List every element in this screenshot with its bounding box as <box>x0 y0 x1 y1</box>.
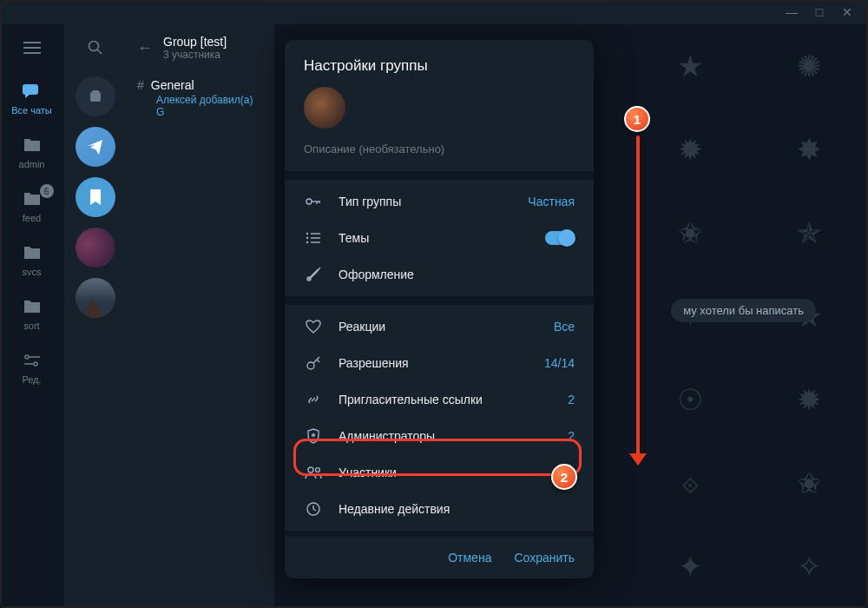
minimize-button[interactable]: — <box>778 2 806 23</box>
folder-label: sort <box>23 321 39 331</box>
cancel-button[interactable]: Отмена <box>448 551 491 565</box>
modal-footer: Отмена Сохранить <box>285 537 594 578</box>
svg-line-5 <box>97 50 102 54</box>
svg-point-23 <box>316 468 320 473</box>
chat-title: Group [test] <box>163 35 227 49</box>
unread-badge: 6 <box>40 184 54 198</box>
svg-rect-6 <box>90 92 101 102</box>
topics-toggle[interactable] <box>545 231 575 245</box>
row-recent-actions[interactable]: Недавние действия <box>285 491 594 527</box>
row-value: 14/14 <box>544 356 575 370</box>
chat-avatar[interactable] <box>76 76 115 116</box>
row-appearance[interactable]: Оформление <box>285 256 594 293</box>
key-icon <box>304 354 323 373</box>
row-members[interactable]: Участники 3 <box>285 454 594 491</box>
chat-avatar[interactable] <box>76 177 115 217</box>
row-label: Тип группы <box>339 195 512 208</box>
row-label: Участники <box>339 466 552 479</box>
chat-subtitle: 3 участника <box>163 49 227 61</box>
save-button[interactable]: Сохранить <box>514 551 575 565</box>
row-topics[interactable]: Темы <box>285 220 594 256</box>
chat-icon <box>22 81 43 102</box>
folder-label: Все чаты <box>11 105 52 116</box>
row-value: Все <box>554 320 575 334</box>
folder-label: admin <box>19 159 45 169</box>
svg-point-16 <box>306 241 308 243</box>
svg-point-2 <box>34 362 37 366</box>
folder-feed[interactable]: feed 6 <box>0 179 64 233</box>
folder-svcs[interactable]: svcs <box>0 233 64 287</box>
link-icon <box>304 390 323 409</box>
row-value: Частная <box>528 195 575 208</box>
menu-button[interactable] <box>0 24 63 71</box>
row-admins[interactable]: Администраторы 2 <box>285 418 594 454</box>
settings-icon <box>22 350 43 371</box>
svg-point-4 <box>89 42 99 51</box>
folder-icon <box>22 242 43 263</box>
close-button[interactable]: ✕ <box>833 2 861 23</box>
group-avatar[interactable] <box>304 87 345 129</box>
folder-label: Ред. <box>22 374 41 385</box>
folder-edit[interactable]: Ред. <box>0 340 64 394</box>
step-badge-2: 2 <box>551 464 577 490</box>
chat-avatar[interactable] <box>76 228 115 268</box>
description-input[interactable]: Описание (необязательно) <box>285 137 594 168</box>
chat-avatar[interactable] <box>76 278 115 318</box>
chat-list: ← Group [test] 3 участника # General Але… <box>127 24 274 608</box>
modal-body[interactable]: Описание (необязательно) Тип группы Част… <box>285 87 594 537</box>
folder-all-chats[interactable]: Все чаты <box>0 71 64 125</box>
channel-item[interactable]: # General Алексей добавил(а) G <box>127 71 274 125</box>
chat-avatars-column <box>64 24 127 608</box>
svg-rect-7 <box>92 90 99 93</box>
search-button[interactable] <box>64 24 127 71</box>
svg-point-0 <box>25 355 29 359</box>
folder-icon <box>22 188 43 209</box>
folder-sidebar: Все чаты admin feed 6 svcs sort Ред. <box>0 24 64 608</box>
list-icon <box>304 228 323 248</box>
row-group-type[interactable]: Тип группы Частная <box>285 183 594 220</box>
history-icon <box>304 499 323 519</box>
modal-title: Настройки группы <box>285 40 594 87</box>
row-label: Разрешения <box>339 356 529 370</box>
row-value: 2 <box>568 393 575 406</box>
maximize-button[interactable]: □ <box>806 2 833 23</box>
row-permissions[interactable]: Разрешения 14/14 <box>285 345 594 381</box>
brush-icon <box>304 265 323 284</box>
folder-label: svcs <box>23 267 42 277</box>
row-value: 2 <box>568 429 575 443</box>
row-reactions[interactable]: Реакции Все <box>285 308 594 345</box>
group-settings-modal: Настройки группы Описание (необязательно… <box>285 40 594 578</box>
folder-icon <box>22 296 43 317</box>
shield-icon <box>304 426 323 446</box>
svg-point-12 <box>306 233 308 235</box>
row-invite-links[interactable]: Пригласительные ссылки 2 <box>285 381 594 418</box>
svg-point-14 <box>306 237 308 239</box>
lock-icon <box>304 192 323 211</box>
row-label: Пригласительные ссылки <box>339 393 552 406</box>
chat-header: ← Group [test] 3 участника <box>127 24 274 71</box>
row-label: Недавние действия <box>339 502 575 516</box>
window-titlebar: — □ ✕ <box>0 0 868 24</box>
chat-avatar[interactable] <box>76 127 115 167</box>
annotation-arrow-head <box>629 453 647 466</box>
svg-point-8 <box>306 199 312 204</box>
svg-point-22 <box>308 467 313 473</box>
folder-sort[interactable]: sort <box>0 287 64 340</box>
svg-line-20 <box>313 357 319 363</box>
annotation-arrow <box>636 135 640 457</box>
svg-point-19 <box>307 362 314 369</box>
row-label: Темы <box>339 231 529 245</box>
row-label: Оформление <box>339 268 575 281</box>
folder-icon <box>22 135 43 155</box>
back-arrow-icon[interactable]: ← <box>137 39 153 57</box>
channel-preview: Алексей добавил(а) G <box>156 94 264 118</box>
channel-name: General <box>151 78 194 92</box>
hash-icon: # <box>137 78 144 92</box>
row-label: Администраторы <box>339 429 552 443</box>
people-icon <box>304 463 323 482</box>
svg-line-21 <box>317 360 319 362</box>
row-label: Реакции <box>339 320 538 334</box>
folder-admin[interactable]: admin <box>0 125 64 179</box>
heart-icon <box>304 317 323 336</box>
step-badge-1: 1 <box>624 106 650 132</box>
